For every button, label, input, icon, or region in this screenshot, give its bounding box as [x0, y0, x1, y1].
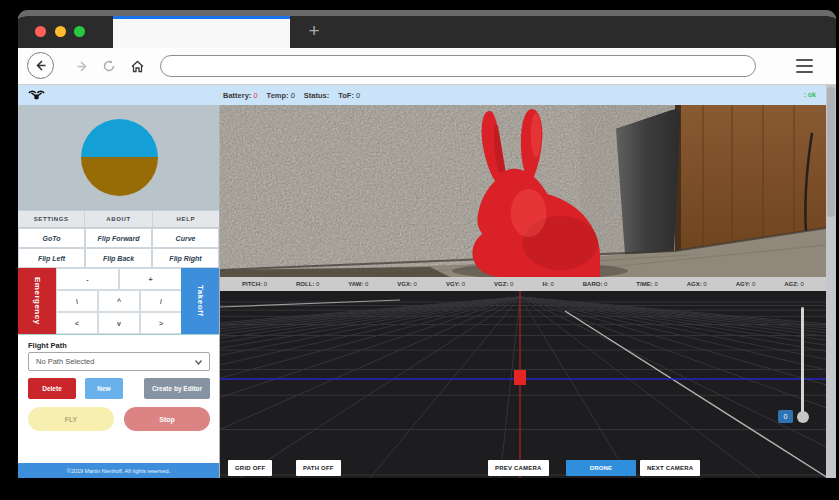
- create-by-editor-button[interactable]: Create by Editor: [144, 378, 210, 399]
- flight-path-select[interactable]: No Path Selected: [28, 352, 210, 371]
- drone-position-marker: [514, 370, 526, 385]
- forward-arrow-icon: [75, 59, 90, 74]
- drone-status-bar: Battery: 0 Temp: 0 Status: ToF: 0 : ok: [18, 85, 836, 105]
- new-tab-button[interactable]: +: [302, 19, 326, 43]
- telemetry-summary: Battery: 0 Temp: 0 Status: ToF: 0: [223, 85, 360, 105]
- telemetry-agz: AGZ: 0: [784, 281, 804, 287]
- tab-about[interactable]: ABOUT: [85, 211, 152, 227]
- emergency-button[interactable]: Emergency: [18, 268, 56, 334]
- tab-bar: +: [18, 16, 836, 48]
- temp-value: 0: [291, 91, 295, 100]
- next-camera-button[interactable]: NEXT CAMERA: [640, 460, 700, 476]
- home-button[interactable]: [123, 52, 151, 80]
- move-up-key[interactable]: +: [119, 268, 182, 290]
- forward-button[interactable]: [68, 52, 96, 80]
- height-slider-handle[interactable]: [797, 411, 809, 423]
- flip-back-button[interactable]: Flip Back: [85, 248, 152, 268]
- tab-help[interactable]: HELP: [153, 211, 219, 227]
- delete-path-button[interactable]: Delete: [28, 378, 76, 399]
- fly-stop-buttons: FLY Stop: [28, 407, 210, 431]
- screen: +: [0, 0, 839, 500]
- flight-path-selected-option: No Path Selected: [36, 357, 94, 366]
- flight-action-buttons: GoTo Flip Forward Curve Flip Left Flip B…: [18, 228, 219, 268]
- tof-value: 0: [356, 91, 360, 100]
- attitude-indicator: [81, 119, 158, 196]
- flip-forward-button[interactable]: Flip Forward: [85, 228, 152, 248]
- new-path-button[interactable]: New: [85, 378, 123, 399]
- rotate-cw-key[interactable]: /: [140, 290, 182, 312]
- telemetry-roll: ROLL: 0: [296, 281, 319, 287]
- telemetry-bar: PITCH: 0 ROLL: 0 YAW: 0 VGX: 0 VGY: 0 VG…: [220, 277, 826, 291]
- sidebar-tabs: SETTINGS ABOUT HELP: [18, 210, 219, 228]
- curve-button[interactable]: Curve: [152, 228, 219, 248]
- close-window-button[interactable]: [35, 26, 46, 37]
- page-scrollbar[interactable]: [826, 85, 836, 478]
- goto-button[interactable]: GoTo: [18, 228, 85, 248]
- telemetry-vgx: VGX: 0: [397, 281, 417, 287]
- minimize-window-button[interactable]: [55, 26, 66, 37]
- 3d-grid: [220, 291, 826, 478]
- browser-window: +: [18, 10, 836, 478]
- move-forward-key[interactable]: ^: [98, 290, 140, 312]
- menu-button[interactable]: [796, 59, 813, 73]
- telemetry-time: TIME: 0: [636, 281, 657, 287]
- path-toggle-button[interactable]: PATH OFF: [296, 460, 341, 476]
- prev-camera-button[interactable]: PREV CAMERA: [488, 460, 549, 476]
- reload-icon: [102, 59, 116, 73]
- tof-label: ToF:: [338, 91, 354, 100]
- scrollbar-thumb[interactable]: [827, 87, 835, 217]
- movement-keypad: - + \ ^ / < v >: [56, 268, 182, 334]
- back-arrow-icon: [33, 58, 48, 73]
- move-right-key[interactable]: >: [140, 312, 182, 334]
- stop-button[interactable]: Stop: [124, 407, 210, 431]
- drone-icon: [28, 89, 45, 101]
- control-sidebar: SETTINGS ABOUT HELP GoTo Flip Forward Cu…: [18, 105, 220, 478]
- flip-right-button[interactable]: Flip Right: [152, 248, 219, 268]
- tab-settings[interactable]: SETTINGS: [18, 211, 85, 227]
- telemetry-pitch: PITCH: 0: [242, 281, 267, 287]
- chevron-down-icon: [195, 360, 202, 365]
- move-back-key[interactable]: v: [98, 312, 140, 334]
- tab-title: [113, 19, 290, 31]
- height-slider[interactable]: [801, 307, 804, 421]
- grid-toggle-button[interactable]: GRID OFF: [228, 460, 272, 476]
- temp-label: Temp:: [267, 91, 289, 100]
- home-icon: [130, 59, 145, 74]
- fly-button[interactable]: FLY: [28, 407, 114, 431]
- url-input[interactable]: [160, 55, 756, 77]
- battery-label: Battery:: [223, 91, 251, 100]
- height-slider-value: 0: [778, 410, 793, 423]
- flight-path-label: Flight Path: [28, 341, 67, 350]
- copyright-footer: ©2019 Martin Nienhoff. All rights reserv…: [18, 463, 219, 478]
- drone-viewport: PITCH: 0 ROLL: 0 YAW: 0 VGX: 0 VGY: 0 VG…: [220, 105, 826, 478]
- reload-button[interactable]: [95, 52, 123, 80]
- flight-path-buttons: Delete New Create by Editor: [28, 378, 210, 399]
- telemetry-vgy: VGY: 0: [446, 281, 465, 287]
- move-down-key[interactable]: -: [56, 268, 119, 290]
- rotate-ccw-key[interactable]: \: [56, 290, 98, 312]
- attitude-indicator-panel: [18, 105, 219, 210]
- browser-tab[interactable]: [113, 16, 290, 48]
- battery-value: 0: [253, 91, 257, 100]
- telemetry-vgz: VGZ: 0: [494, 281, 513, 287]
- telemetry-agx: AGX: 0: [687, 281, 707, 287]
- drone-camera-button[interactable]: DRONE: [566, 460, 636, 476]
- telemetry-baro: BARO: 0: [583, 281, 608, 287]
- back-button[interactable]: [27, 52, 54, 79]
- status-label: Status:: [304, 91, 329, 100]
- main-content: SETTINGS ABOUT HELP GoTo Flip Forward Cu…: [18, 105, 836, 478]
- 3d-flight-view[interactable]: 0 GRID OFF PATH OFF PREV CAMERA DRONE NE…: [220, 291, 826, 478]
- telemetry-yaw: YAW: 0: [348, 281, 368, 287]
- move-left-key[interactable]: <: [56, 312, 98, 334]
- telemetry-h: H: 0: [542, 281, 553, 287]
- takeoff-button[interactable]: Takeoff: [181, 268, 219, 334]
- camera-feed: [220, 105, 826, 277]
- movement-pad: Emergency - + \ ^ / < v: [18, 268, 219, 335]
- camera-image: [220, 105, 826, 277]
- connection-status: : ok: [804, 85, 816, 105]
- hamburger-icon: [796, 59, 813, 61]
- flip-left-button[interactable]: Flip Left: [18, 248, 85, 268]
- navigation-bar: [18, 48, 836, 85]
- maximize-window-button[interactable]: [74, 26, 85, 37]
- telemetry-agy: AGY: 0: [736, 281, 756, 287]
